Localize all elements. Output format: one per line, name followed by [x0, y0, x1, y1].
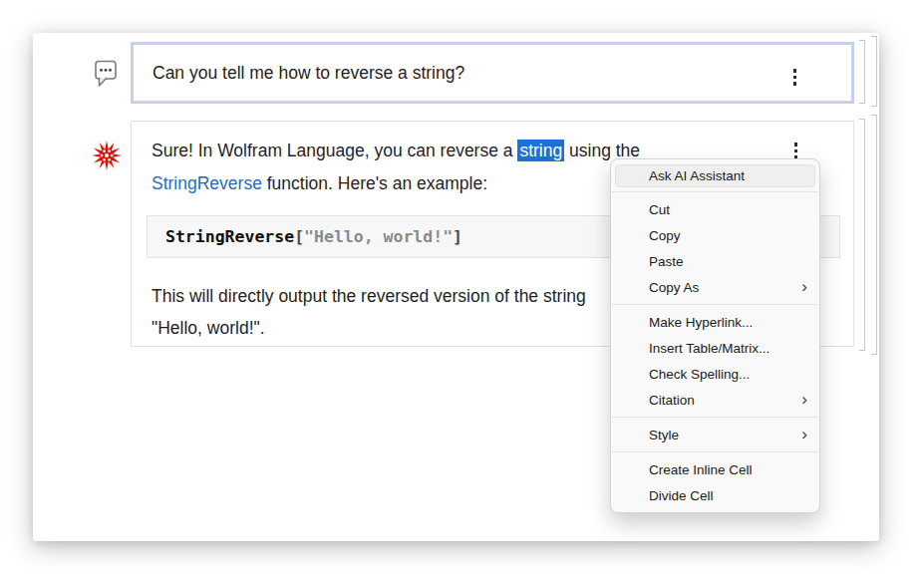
- ai-text-line1: Sure! In Wolfram Language, you can rever…: [152, 135, 640, 167]
- ai-text-line2: StringReverse function. Here's an exampl…: [152, 167, 640, 200]
- user-chat-cell[interactable]: Can you tell me how to reverse a string?: [131, 42, 854, 104]
- code-string-literal: "Hello, world!": [304, 227, 453, 246]
- menu-item-copy-as[interactable]: Copy As›: [611, 274, 819, 300]
- menu-item-check-spelling[interactable]: Check Spelling...: [611, 361, 819, 387]
- menu-item-copy[interactable]: Copy: [611, 222, 819, 248]
- ai-text-line2-rest: function. Here's an example:: [262, 173, 487, 193]
- menu-item-style[interactable]: Style›: [611, 422, 819, 447]
- cell-group-bracket-ai[interactable]: [871, 115, 877, 355]
- string-reverse-link[interactable]: StringReverse: [152, 173, 262, 193]
- menu-divider: [612, 451, 818, 452]
- menu-item-ask-ai-assistant[interactable]: Ask AI Assistant: [615, 164, 815, 187]
- wolfram-spikey-icon: [92, 141, 122, 174]
- menu-item-paste[interactable]: Paste: [611, 248, 819, 274]
- code-open-bracket: [: [294, 227, 304, 246]
- paragraph-line2: "Hello, world!".: [152, 312, 586, 344]
- cell-group-bracket-user[interactable]: [871, 36, 877, 107]
- context-menu: Ask AI Assistant Cut Copy Paste Copy As›…: [610, 158, 820, 513]
- selected-word: string: [517, 140, 564, 161]
- cell-bracket-user[interactable]: [859, 40, 865, 104]
- submenu-chevron-icon: ›: [801, 391, 807, 408]
- menu-item-citation[interactable]: Citation›: [611, 387, 819, 413]
- ai-text-line1-post: using the: [564, 141, 640, 160]
- menu-divider: [612, 417, 818, 418]
- paragraph-line1: This will directly output the reversed v…: [152, 280, 586, 312]
- vertical-ellipsis-icon[interactable]: [793, 69, 797, 86]
- menu-item-create-inline-cell[interactable]: Create Inline Cell: [611, 456, 819, 482]
- submenu-chevron-icon: ›: [801, 426, 807, 442]
- code-function-name: StringReverse: [165, 227, 294, 246]
- menu-item-make-hyperlink[interactable]: Make Hyperlink...: [611, 309, 819, 335]
- menu-divider: [612, 191, 818, 192]
- code-close-bracket: ]: [453, 227, 462, 246]
- cell-bracket-ai[interactable]: [859, 119, 865, 351]
- ai-response-paragraph: This will directly output the reversed v…: [152, 280, 586, 344]
- menu-item-insert-table-matrix[interactable]: Insert Table/Matrix...: [611, 335, 819, 361]
- menu-divider: [612, 304, 818, 305]
- vertical-ellipsis-icon[interactable]: [794, 143, 798, 159]
- ai-response-text: Sure! In Wolfram Language, you can rever…: [152, 135, 640, 200]
- submenu-chevron-icon: ›: [801, 278, 807, 295]
- user-chat-text: Can you tell me how to reverse a string?: [153, 63, 464, 84]
- menu-item-divide-cell[interactable]: Divide Cell: [611, 482, 819, 508]
- chat-bubble-icon: [95, 60, 117, 93]
- page-background: Can you tell me how to reverse a string?…: [0, 0, 921, 588]
- ai-text-line1-pre: Sure! In Wolfram Language, you can rever…: [152, 141, 517, 160]
- notebook-panel: Can you tell me how to reverse a string?…: [33, 33, 879, 541]
- menu-item-cut[interactable]: Cut: [611, 196, 819, 222]
